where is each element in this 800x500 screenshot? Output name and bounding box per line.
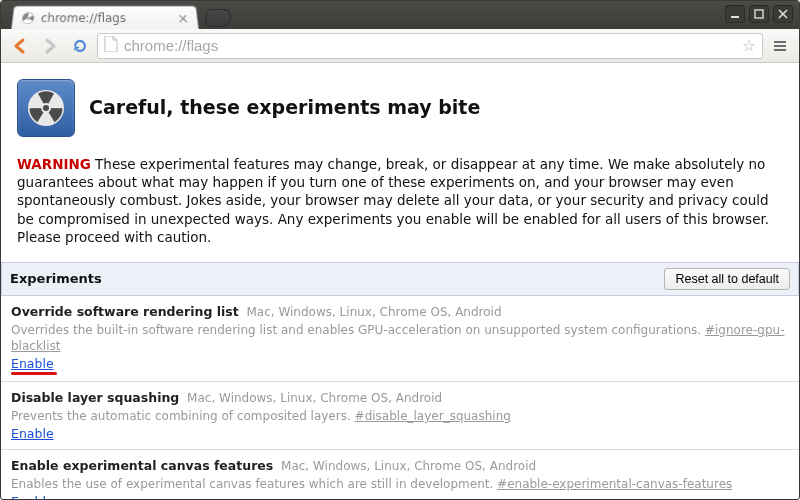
tab-strip: chrome://flags × (7, 1, 231, 29)
experiment-title: Enable experimental canvas features (11, 458, 273, 473)
new-tab-button[interactable] (202, 9, 234, 27)
page-icon (104, 36, 118, 56)
page-header: Careful, these experiments may bite (17, 79, 783, 137)
hazard-icon (17, 79, 75, 137)
radiation-icon (20, 11, 35, 25)
chrome-menu-button[interactable] (767, 33, 793, 59)
forward-button[interactable] (37, 33, 63, 59)
url-input[interactable] (124, 37, 736, 54)
experiments-header-label: Experiments (10, 270, 102, 288)
experiment-anchor-link[interactable]: #disable_layer_squashing (355, 409, 511, 423)
page-title: Careful, these experiments may bite (89, 95, 480, 121)
address-bar[interactable]: ☆ (97, 33, 763, 59)
experiments-header-row: Experiments Reset all to default (1, 262, 799, 296)
experiment-platforms: Mac, Windows, Linux, Chrome OS, Android (183, 391, 442, 405)
experiments-list: Override software rendering list Mac, Wi… (1, 296, 799, 499)
window-titlebar: chrome://flags × (1, 1, 799, 29)
experiment-anchor-link[interactable]: #ignore-gpu-blacklist (11, 323, 785, 353)
tab-title: chrome://flags (40, 11, 171, 25)
reset-all-button[interactable]: Reset all to default (664, 268, 790, 290)
browser-tab[interactable]: chrome://flags × (11, 6, 199, 29)
experiment-description: Enables the use of experimental canvas f… (11, 476, 789, 492)
experiment-description: Overrides the built-in software renderin… (11, 322, 789, 354)
close-tab-icon[interactable]: × (177, 11, 190, 25)
browser-window: chrome://flags × ☆ (0, 0, 800, 500)
experiment-title: Override software rendering list (11, 304, 239, 319)
warning-label: WARNING (17, 156, 91, 172)
back-button[interactable] (7, 33, 33, 59)
bookmark-star-icon[interactable]: ☆ (742, 36, 756, 55)
experiment-enable-link[interactable]: Enable (11, 494, 54, 499)
svg-rect-5 (755, 10, 763, 18)
svg-point-13 (43, 105, 49, 111)
experiment-title: Disable layer squashing (11, 390, 179, 405)
experiment-platforms: Mac, Windows, Linux, Chrome OS, Android (243, 305, 502, 319)
experiment-enable-link[interactable]: Enable (11, 426, 54, 443)
experiment-item: Enable experimental canvas features Mac,… (1, 450, 799, 499)
experiment-item: Disable layer squashing Mac, Windows, Li… (1, 382, 799, 450)
experiment-item: Override software rendering list Mac, Wi… (1, 296, 799, 382)
warning-text: These experimental features may change, … (17, 156, 769, 245)
experiment-enable-link[interactable]: Enable (11, 356, 54, 373)
window-controls (725, 5, 793, 23)
experiment-anchor-link[interactable]: #enable-experimental-canvas-features (497, 477, 732, 491)
warning-paragraph: WARNING These experimental features may … (17, 155, 783, 246)
experiment-platforms: Mac, Windows, Linux, Chrome OS, Android (277, 459, 536, 473)
maximize-button[interactable] (749, 5, 769, 23)
minimize-button[interactable] (725, 5, 745, 23)
experiment-description: Prevents the automatic combining of comp… (11, 408, 789, 424)
close-window-button[interactable] (773, 5, 793, 23)
reload-button[interactable] (67, 33, 93, 59)
page-content: Careful, these experiments may bite WARN… (1, 63, 799, 499)
navigation-toolbar: ☆ (1, 29, 799, 63)
